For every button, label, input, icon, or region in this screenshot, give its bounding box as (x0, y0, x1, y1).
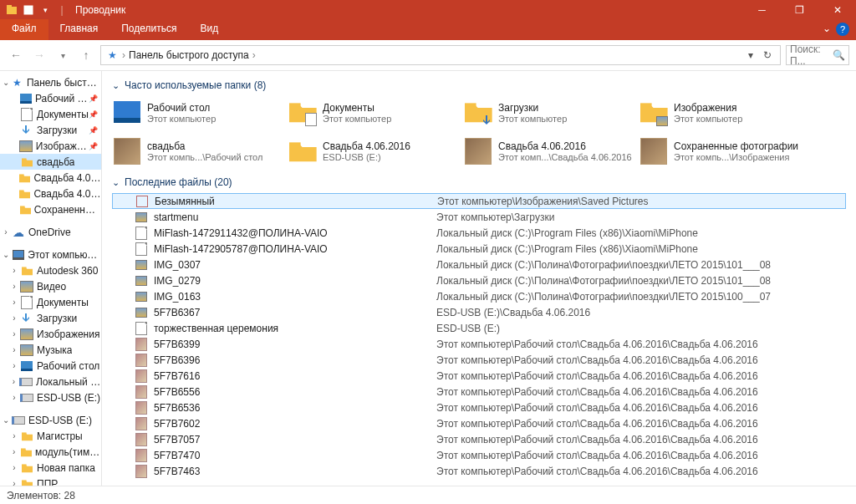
sidebar-item[interactable]: ›Видео (0, 278, 101, 294)
file-name: IMG_0307 (154, 259, 436, 271)
sidebar-item[interactable]: Свадьба 4.06.20 (0, 170, 101, 186)
address-bar: ← → ▾ ↑ ★ › Панель быстрого доступа › ▾ … (0, 40, 856, 71)
breadcrumb[interactable]: Панель быстрого доступа (127, 49, 251, 61)
recent-file-row[interactable]: startmenu Этот компьютер\Загрузки (112, 209, 846, 225)
file-name: 5F7B7463 (154, 466, 436, 477)
chevron-down-icon: ⌄ (112, 177, 120, 188)
recent-file-row[interactable]: 5F7B7470 Этот компьютер\Рабочий стол\Сва… (112, 447, 846, 463)
sidebar-item[interactable]: ›ESD-USB (E:) (0, 389, 101, 405)
sidebar-item[interactable]: Свадьба 4.06.20 (0, 186, 101, 201)
recent-file-row[interactable]: IMG_0279 Локальный диск (C:)\Полина\Фото… (112, 272, 846, 288)
sidebar-item[interactable]: ›Магистры (0, 428, 101, 444)
frequent-folder[interactable]: Свадьба 4.06.2016 ESD-USB (E:) (288, 135, 463, 168)
chevron-right-icon[interactable]: › (252, 49, 256, 61)
frequent-folder[interactable]: Рабочий стол Этот компьютер (112, 96, 288, 130)
frequent-folder[interactable]: свадьба Этот компь...\Рабочий стол (112, 135, 288, 168)
search-placeholder: Поиск: П... (790, 43, 833, 67)
folder-location: Этот компьютер (498, 114, 567, 124)
close-button[interactable]: ✕ (818, 0, 856, 19)
sidebar-item[interactable]: ›Загрузки (0, 310, 101, 326)
recent-file-row[interactable]: торжественная церемония ESD-USB (E:) (112, 320, 846, 336)
search-icon: 🔍 (833, 49, 845, 61)
up-button[interactable]: ↑ (77, 48, 95, 62)
svg-rect-11 (21, 369, 33, 371)
chevron-right-icon[interactable]: › (122, 49, 125, 61)
sidebar-item[interactable]: Сохраненные ф (0, 201, 101, 217)
search-input[interactable]: Поиск: П... 🔍 (786, 45, 849, 65)
recent-file-row[interactable]: Безымянный Этот компьютер\Изображения\Sa… (112, 193, 846, 209)
file-name: 5F7B7602 (154, 418, 436, 430)
recent-file-row[interactable]: MiFlash-1472905787@ПОЛИНА-VAIO Локальный… (112, 241, 846, 257)
recent-file-row[interactable]: IMG_0163 Локальный диск (C:)\Полина\Фото… (112, 288, 846, 304)
sidebar-item[interactable]: ›Документы (0, 294, 101, 310)
svg-rect-21 (640, 103, 652, 106)
tab-view[interactable]: Вид (188, 19, 230, 40)
sidebar-onedrive[interactable]: ›☁OneDrive (0, 224, 101, 240)
sidebar-item[interactable]: Рабочий сто📌 (0, 90, 101, 106)
folder-location: ESD-USB (E:) (323, 152, 410, 162)
recent-file-row[interactable]: 5F7B7057 Этот компьютер\Рабочий стол\Сва… (112, 431, 846, 447)
recent-files-header[interactable]: ⌄ Последние файлы (20) (112, 176, 846, 188)
recent-file-row[interactable]: 5F7B6367 ESD-USB (E:)\Свадьба 4.06.2016 (112, 304, 846, 320)
recent-file-row[interactable]: 5F7B6399 Этот компьютер\Рабочий стол\Сва… (112, 336, 846, 352)
svg-rect-15 (22, 480, 27, 481)
frequent-folder[interactable]: Документы Этот компьютер (288, 96, 463, 130)
tab-share[interactable]: Поделиться (110, 19, 188, 40)
recent-file-row[interactable]: 5F7B6536 Этот компьютер\Рабочий стол\Сва… (112, 400, 846, 415)
address-field[interactable]: ★ › Панель быстрого доступа › ▾ ↻ (100, 45, 781, 65)
tab-home[interactable]: Главная (48, 19, 110, 40)
sidebar-item[interactable]: Изображени📌 (0, 138, 101, 154)
file-icon (134, 449, 149, 462)
sidebar-item[interactable]: Загрузки📌 (0, 122, 101, 138)
frequent-folder[interactable]: Свадьба 4.06.2016 Этот комп...\Свадьба 4… (463, 135, 639, 168)
sidebar-item[interactable]: ›модуль(тимохи (0, 444, 101, 460)
frequent-folder[interactable]: Изображения Этот компьютер (639, 96, 814, 130)
recent-file-row[interactable]: 5F7B7616 Этот компьютер\Рабочий стол\Сва… (112, 368, 846, 384)
frequent-folders-header[interactable]: ⌄ Часто используемые папки (8) (112, 79, 846, 91)
frequent-folder[interactable]: Сохраненные фотографии Этот компь...\Изо… (639, 135, 814, 168)
minimize-button[interactable]: ─ (743, 0, 781, 19)
help-button[interactable]: ? (836, 23, 849, 36)
forward-button[interactable]: → (30, 48, 48, 62)
frequent-folder[interactable]: Загрузки Этот компьютер (463, 96, 639, 130)
recent-locations-button[interactable]: ▾ (54, 51, 72, 60)
sidebar-this-pc[interactable]: ⌄Этот компьютер (0, 247, 101, 262)
recent-file-row[interactable]: 5F7B6556 Этот компьютер\Рабочий стол\Сва… (112, 384, 846, 400)
svg-rect-4 (20, 101, 32, 104)
sidebar-item[interactable]: Документы📌 (0, 106, 101, 122)
sidebar-item[interactable]: ›Локальный дис (0, 374, 101, 389)
file-tab[interactable]: Файл (0, 19, 48, 40)
refresh-button[interactable]: ↻ (758, 49, 777, 61)
sidebar-quick-access[interactable]: ⌄★Панель быстрого (0, 74, 101, 90)
folder-location: Этот компь...\Изображения (674, 152, 798, 162)
back-button[interactable]: ← (7, 48, 25, 62)
recent-file-row[interactable]: IMG_0307 Локальный диск (C:)\Полина\Фото… (112, 257, 846, 272)
svg-rect-7 (19, 190, 24, 191)
expand-ribbon-button[interactable]: ⌄ (818, 19, 836, 40)
sidebar-item[interactable]: ›Изображения (0, 326, 101, 342)
sidebar-esd-drive[interactable]: ⌄ESD-USB (E:) (0, 412, 101, 428)
sidebar-item[interactable]: ›Новая папка (0, 460, 101, 476)
recent-file-row[interactable]: 5F7B6396 Этот компьютер\Рабочий стол\Сва… (112, 352, 846, 368)
svg-rect-17 (114, 101, 140, 118)
sidebar-item[interactable]: ›Рабочий стол (0, 358, 101, 374)
svg-rect-18 (114, 118, 140, 123)
folder-name: Свадьба 4.06.2016 (498, 140, 632, 152)
sidebar-item[interactable]: свадьба (0, 154, 101, 170)
sidebar-item[interactable]: ›ППР (0, 476, 101, 486)
file-name: Безымянный (155, 196, 437, 207)
file-icon (134, 258, 149, 272)
qat-properties-icon[interactable] (22, 3, 35, 17)
file-path: Этот компьютер\Рабочий стол\Свадьба 4.06… (436, 402, 846, 414)
recent-file-row[interactable]: 5F7B7602 Этот компьютер\Рабочий стол\Сва… (112, 415, 846, 431)
file-icon (134, 433, 149, 446)
sidebar-item[interactable]: ›Музыка (0, 342, 101, 358)
file-path: Локальный диск (C:)\Program Files (x86)\… (436, 227, 846, 239)
qat-dropdown-icon[interactable]: ▾ (38, 3, 52, 17)
sidebar-item[interactable]: ›Autodesk 360 (0, 262, 101, 278)
recent-file-row[interactable]: 5F7B7463 Этот компьютер\Рабочий стол\Сва… (112, 463, 846, 479)
recent-file-row[interactable]: MiFlash-1472911432@ПОЛИНА-VAIO Локальный… (112, 225, 846, 241)
maximize-button[interactable]: ❐ (781, 0, 818, 19)
address-dropdown-button[interactable]: ▾ (743, 49, 758, 61)
folder-location: Этот компьютер (323, 114, 391, 124)
